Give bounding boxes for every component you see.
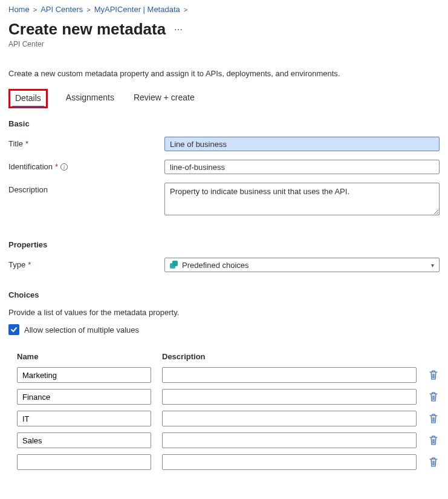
allow-multi-checkbox[interactable]: Allow selection of multiple values [8, 324, 440, 335]
section-basic-heading: Basic [8, 119, 440, 128]
chevron-down-icon: ▾ [431, 262, 434, 269]
breadcrumb-myapicenter-metadata[interactable]: MyAPICenter | Metadata [94, 5, 180, 14]
choice-desc-input[interactable] [162, 432, 417, 448]
trash-icon [429, 370, 438, 380]
checkbox-checked-icon [8, 324, 19, 335]
trash-icon [429, 435, 438, 445]
choice-row [17, 432, 440, 448]
type-select-value: Predefined choices [182, 261, 249, 270]
type-label: Type* [8, 258, 164, 269]
delete-choice-button[interactable] [427, 435, 440, 445]
description-textarea[interactable] [164, 183, 440, 215]
choices-intro: Provide a list of values for the metadat… [8, 308, 440, 317]
choice-name-input[interactable] [17, 411, 151, 426]
identification-input[interactable] [164, 160, 440, 174]
delete-choice-button[interactable] [427, 392, 440, 402]
section-properties-heading: Properties [8, 240, 440, 249]
choice-name-input[interactable] [17, 432, 151, 448]
page-title: Create new metadata [8, 20, 166, 39]
choice-desc-input[interactable] [162, 367, 417, 383]
chevron-right-icon: > [184, 6, 187, 13]
title-input[interactable] [164, 137, 440, 151]
breadcrumb-home[interactable]: Home [8, 5, 30, 14]
choice-row [17, 454, 440, 470]
delete-choice-button[interactable] [427, 414, 440, 423]
delete-choice-button[interactable] [427, 370, 440, 380]
trash-icon [429, 392, 438, 402]
choice-row [17, 389, 440, 405]
choices-col-name: Name [17, 352, 151, 361]
choice-name-input[interactable] [17, 389, 151, 405]
breadcrumb-api-centers[interactable]: API Centers [41, 5, 83, 14]
tab-review-create[interactable]: Review + create [132, 89, 196, 108]
choice-row [17, 411, 440, 426]
trash-icon [429, 414, 438, 423]
description-label: Description [8, 183, 164, 194]
choice-name-input[interactable] [17, 454, 151, 470]
trash-icon [429, 457, 438, 467]
title-label: Title* [8, 137, 164, 148]
type-select[interactable]: Predefined choices ▾ [164, 258, 440, 272]
tab-details[interactable]: Details [8, 89, 48, 108]
choices-table: Name Description [17, 352, 440, 470]
choice-desc-input[interactable] [162, 411, 417, 426]
choice-desc-input[interactable] [162, 389, 417, 405]
breadcrumb: Home > API Centers > MyAPICenter | Metad… [8, 5, 440, 14]
page-subtitle: API Center [8, 40, 440, 48]
choice-row [17, 367, 440, 383]
chevron-right-icon: > [86, 6, 90, 13]
chevron-right-icon: > [33, 6, 37, 13]
choice-name-input[interactable] [17, 367, 151, 383]
more-actions-button[interactable]: ⋯ [172, 24, 185, 36]
delete-choice-button[interactable] [427, 457, 440, 467]
info-icon[interactable]: i [60, 163, 68, 171]
choices-col-desc: Description [162, 352, 417, 361]
intro-text: Create a new custom metadata property an… [8, 69, 440, 78]
predefined-choices-icon [170, 261, 178, 269]
choice-desc-input[interactable] [162, 454, 417, 470]
tab-assignments[interactable]: Assignments [65, 89, 115, 108]
section-choices-heading: Choices [8, 290, 440, 299]
tabs: Details Assignments Review + create [8, 89, 440, 108]
identification-label: Identification* i [8, 160, 164, 171]
allow-multi-label: Allow selection of multiple values [24, 325, 139, 334]
